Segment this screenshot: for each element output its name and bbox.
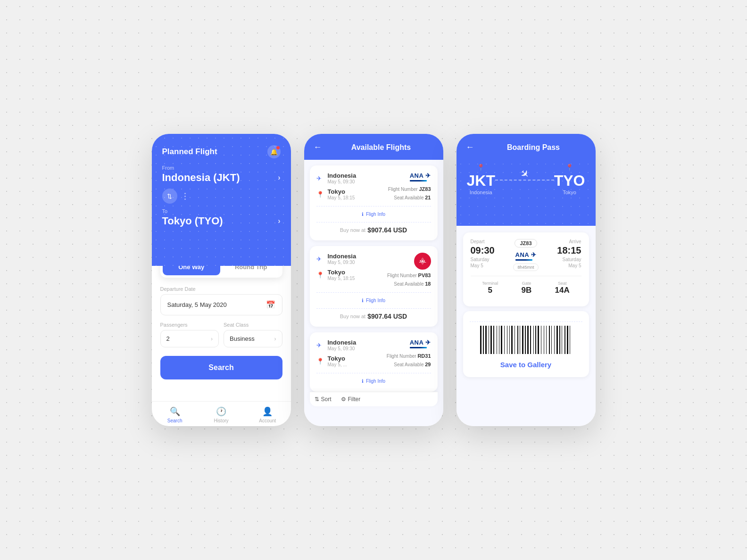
arrival-icon-1: 📍 xyxy=(316,191,324,198)
screen3-phone: ← Boarding Pass 📍 JKT Indonesia ✈ 📍 TYO … xyxy=(456,134,596,426)
airline-section-2: JAL Flight Number PV83 Seat Available 18 xyxy=(387,253,431,287)
route-divider: ⇅ xyxy=(162,189,281,204)
sort-filter-bar: ⇅ Sort ⚙ Filter xyxy=(310,392,438,406)
departure-date-2: May 5, 09:30 xyxy=(328,260,357,265)
history-nav-icon: 🕐 xyxy=(216,406,226,417)
bell-icon[interactable] xyxy=(267,145,281,158)
flight-info-row-1[interactable]: ℹ Fligh Info xyxy=(316,210,431,218)
svg-text:JAL: JAL xyxy=(419,259,426,264)
s1-body: One Way Round Trip Departure Date Saturd… xyxy=(152,266,291,401)
arrive-day: Saturday xyxy=(557,257,581,262)
arrival-code: TYO xyxy=(554,172,585,189)
gate-col: Gate 9B xyxy=(522,281,532,295)
barcode xyxy=(470,326,582,354)
filter-label: Filter xyxy=(348,396,361,403)
flight-info-label-3: Fligh Info xyxy=(366,379,385,384)
to-arrow: › xyxy=(278,217,280,225)
barcode-card: Save to Gallery xyxy=(463,311,589,377)
arrive-time: 18:15 xyxy=(557,245,581,256)
terminal-col: Terminal 5 xyxy=(482,281,498,295)
screen2-phone: ← Available Flights ✈ Indonesia May 5, 0… xyxy=(304,134,443,426)
flight-num-val-2: PV83 xyxy=(418,272,431,278)
departure-date-input[interactable]: Saturday, 5 May 2020 📅 xyxy=(160,294,282,315)
nav-history[interactable]: 🕐 History xyxy=(198,406,244,423)
swap-icon-glyph: ⇅ xyxy=(167,193,172,200)
nav-search[interactable]: 🔍 Search xyxy=(152,406,198,423)
bottom-nav: 🔍 Search 🕐 History 👤 Account xyxy=(152,401,291,426)
seat-avail-val-3: 29 xyxy=(425,362,431,367)
ana-underline-boarding xyxy=(515,259,532,261)
ana-logo-3: ANA ✈ xyxy=(410,339,431,346)
arrival-icon-3: 📍 xyxy=(316,358,324,365)
flight-info-row-3[interactable]: ℹ Fligh Info xyxy=(316,377,431,385)
boarding-main-card: Depart 09:30 Saturday May 5 JZ83 ANA ✈ 8… xyxy=(463,232,589,306)
duration-badge: 8h45mnt xyxy=(513,264,538,271)
s3-back-btn[interactable]: ← xyxy=(466,142,474,152)
seat-val: 14A xyxy=(555,286,570,295)
arrival-icon-2: 📍 xyxy=(316,272,324,279)
flight-card-1[interactable]: ✈ Indonesia May 5, 09:30 📍 Tokyo May 5, … xyxy=(310,165,438,240)
plane-arc: ✈ xyxy=(495,168,554,191)
boarding-times-row: Depart 09:30 Saturday May 5 JZ83 ANA ✈ 8… xyxy=(471,239,581,271)
info-icon-2: ℹ xyxy=(362,298,364,303)
sort-label: Sort xyxy=(321,396,332,403)
from-arrow: › xyxy=(278,173,280,182)
from-label: From xyxy=(162,165,281,171)
search-button[interactable]: Search xyxy=(160,356,282,379)
passengers-chevron: › xyxy=(211,336,213,342)
save-to-gallery-btn[interactable]: Save to Gallery xyxy=(470,359,582,371)
departure-point-1: ✈ Indonesia May 5, 09:30 xyxy=(316,172,357,184)
passengers-input[interactable]: 2 › xyxy=(160,330,219,347)
arrival-city-2: Tokyo xyxy=(328,269,355,276)
ana-underline-3 xyxy=(410,347,427,348)
passengers-seat-row: Passengers 2 › Seat Class Business › xyxy=(160,322,282,347)
notification-dot xyxy=(276,146,280,149)
buy-label-2: Buy now at xyxy=(340,313,365,319)
seat-avail-label-2: Seat Available 18 xyxy=(394,281,431,287)
depart-label: Depart xyxy=(471,239,495,244)
swap-icon[interactable]: ⇅ xyxy=(162,189,177,204)
account-nav-icon: 👤 xyxy=(262,406,273,417)
price-row-1: Buy now at $907.64 USD xyxy=(316,226,431,234)
seat-chevron: › xyxy=(274,336,276,342)
boarding-body: Depart 09:30 Saturday May 5 JZ83 ANA ✈ 8… xyxy=(456,226,596,426)
sort-button[interactable]: ⇅ Sort xyxy=(315,396,332,403)
flight-num-badge: JZ83 xyxy=(515,239,537,247)
flight-info-label-1: Fligh Info xyxy=(366,212,385,217)
departure-city: Indonesia xyxy=(467,189,495,195)
flight-card-2[interactable]: ✈ Indonesia May 5, 09:30 📍 Tokyo May 5, … xyxy=(310,246,438,327)
s1-header-top: Planned Flight xyxy=(162,145,281,158)
seat-col: Seat 14A xyxy=(555,281,570,295)
history-nav-label: History xyxy=(214,418,228,423)
passengers-label: Passengers xyxy=(160,322,219,328)
divider-2 xyxy=(316,292,431,293)
flight-num-label-2: Flight Number PV83 xyxy=(387,272,431,278)
s2-header: ← Available Flights xyxy=(304,134,443,160)
filter-button[interactable]: ⚙ Filter xyxy=(341,396,361,403)
nav-account[interactable]: 👤 Account xyxy=(244,406,290,423)
arrival-pin: 📍 xyxy=(554,164,585,171)
ana-logo-1: ANA ✈ xyxy=(410,172,431,179)
sort-icon: ⇅ xyxy=(315,396,319,403)
s3-header: ← Boarding Pass xyxy=(456,134,596,160)
arrival-airport: 📍 TYO Tokyo xyxy=(554,164,585,195)
from-city: Indonesia (JKT) › xyxy=(162,172,281,184)
seat-class-label: Seat Class xyxy=(224,322,282,328)
seat-class-input[interactable]: Business › xyxy=(224,330,282,347)
filter-icon: ⚙ xyxy=(341,396,346,403)
departure-city-3: Indonesia xyxy=(328,339,357,346)
flight-info-label-2: Fligh Info xyxy=(366,298,385,303)
flight-route-2: ✈ Indonesia May 5, 09:30 📍 Tokyo May 5, … xyxy=(316,253,357,281)
flight-info-row-2[interactable]: ℹ Fligh Info xyxy=(316,296,431,305)
flight-num-val-3: RD31 xyxy=(417,353,431,359)
departure-label: Departure Date xyxy=(160,286,282,292)
arrival-date-3: May 5, ... xyxy=(328,362,347,367)
buy-label-1: Buy now at xyxy=(340,227,365,233)
flight-card-3[interactable]: ✈ Indonesia May 5, 09:30 📍 Tokyo May 5, … xyxy=(310,332,438,392)
flight-num-label-3: Flight Number RD31 xyxy=(387,353,431,359)
airline-section-3: ANA ✈ Flight Number RD31 Seat Available … xyxy=(387,339,431,367)
s2-title: Available Flights xyxy=(329,143,434,152)
info-icon-1: ℹ xyxy=(362,212,364,217)
gate-label: Gate xyxy=(522,281,532,286)
s2-back-btn[interactable]: ← xyxy=(314,142,322,152)
